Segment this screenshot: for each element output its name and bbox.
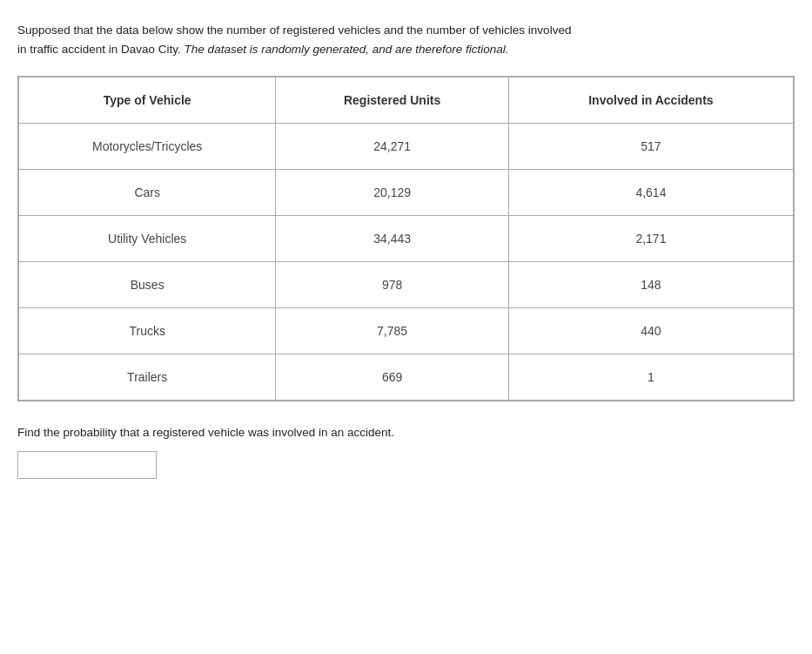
table-header-row: Type of Vehicle Registered Units Involve… (19, 78, 794, 124)
cell-registered: 669 (276, 354, 508, 401)
col-header-registered: Registered Units (276, 78, 508, 124)
cell-type: Buses (19, 262, 276, 308)
vehicle-table: Type of Vehicle Registered Units Involve… (18, 77, 794, 401)
cell-type: Cars (19, 170, 276, 216)
cell-type: Motorycles/Tricycles (19, 124, 276, 170)
intro-line1: Supposed that the data below show the nu… (17, 24, 571, 37)
cell-registered: 7,785 (276, 308, 508, 354)
table-row: Trailers6691 (19, 354, 794, 401)
col-header-accidents: Involved in Accidents (508, 78, 793, 124)
cell-type: Trucks (19, 308, 276, 354)
data-table-container: Type of Vehicle Registered Units Involve… (17, 76, 795, 401)
cell-registered: 24,271 (276, 124, 508, 170)
table-row: Trucks7,785440 (19, 308, 794, 354)
cell-registered: 34,443 (276, 216, 508, 262)
cell-type: Utility Vehicles (19, 216, 276, 262)
cell-accidents: 517 (508, 124, 793, 170)
cell-accidents: 148 (508, 262, 793, 308)
intro-line2: in traffic accident in Davao City. (17, 43, 181, 56)
table-row: Utility Vehicles34,4432,171 (19, 216, 794, 262)
col-header-type: Type of Vehicle (19, 78, 276, 124)
cell-accidents: 440 (508, 308, 793, 354)
intro-paragraph: Supposed that the data below show the nu… (17, 21, 795, 58)
cell-accidents: 2,171 (508, 216, 793, 262)
cell-type: Trailers (19, 354, 276, 401)
question-text: Find the probability that a registered v… (17, 426, 795, 439)
cell-registered: 20,129 (276, 170, 508, 216)
cell-accidents: 1 (508, 354, 793, 401)
answer-input[interactable] (17, 451, 157, 479)
intro-italic: The dataset is randomly generated, and a… (185, 43, 509, 56)
cell-registered: 978 (276, 262, 508, 308)
table-row: Buses978148 (19, 262, 794, 308)
table-row: Motorycles/Tricycles24,271517 (19, 124, 794, 170)
table-row: Cars20,1294,614 (19, 170, 794, 216)
cell-accidents: 4,614 (508, 170, 793, 216)
